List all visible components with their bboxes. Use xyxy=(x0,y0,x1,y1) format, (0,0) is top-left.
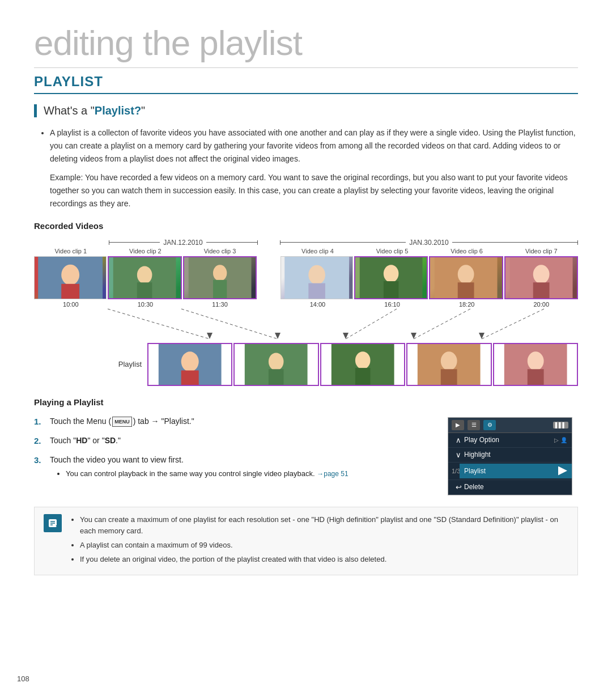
svg-rect-14 xyxy=(384,281,399,298)
menu-page-row: 1/3 Playlist xyxy=(448,463,572,480)
playlist-description-bullet: A playlist is a collecton of favorite vi… xyxy=(34,126,578,166)
menu-battery-indicator: ▌▌▌ xyxy=(553,422,568,429)
playlist-thumb-4 xyxy=(406,343,491,386)
svg-point-44 xyxy=(527,351,543,370)
svg-point-13 xyxy=(384,265,399,282)
date-label-2: JAN.30.2010 xyxy=(406,239,452,247)
menu-gear-icon[interactable]: ⚙ xyxy=(483,420,496,430)
menu-play-icon[interactable]: ▶ xyxy=(452,420,464,430)
clip-thumb-2 xyxy=(108,256,181,299)
page-number: 108 xyxy=(17,674,29,683)
playlist-label: Playlist xyxy=(34,360,147,368)
svg-point-38 xyxy=(355,351,371,369)
note-bullet-1: You can create a maximum of one playlist… xyxy=(80,514,568,538)
note-bullet-2: A playlist can contain a maximum of 99 v… xyxy=(80,540,568,551)
playlist-thumb-3 xyxy=(320,343,405,386)
sub-heading: What's a "Playlist?" xyxy=(34,104,578,117)
menu-badge: MENU xyxy=(112,417,132,427)
clip-thumb-3 xyxy=(183,256,257,299)
svg-point-7 xyxy=(213,265,227,281)
svg-rect-33 xyxy=(181,370,199,384)
svg-point-35 xyxy=(269,353,284,370)
steps-with-menu: 1. Touch the Menu (MENU) tab → "Playlist… xyxy=(34,415,578,495)
note-box: You can create a maximum of one playlist… xyxy=(34,507,578,575)
menu-ui-screenshot: ▶ ☰ ⚙ ▌▌▌ ∧ Play Option ▷ 👤 ∨ Highlight xyxy=(448,417,572,495)
clip-times-row: 10:00 10:30 11:30 14:00 16:10 18:20 20:0… xyxy=(34,301,578,308)
playing-playlist-title: Playing a Playlist xyxy=(34,397,578,407)
note-content: You can create a maximum of one playlist… xyxy=(69,514,568,568)
date-label-1: JAN.12.2010 xyxy=(160,239,206,247)
section-heading: PLAYLIST xyxy=(34,74,578,94)
clip-thumbs-row xyxy=(34,256,578,299)
svg-point-10 xyxy=(308,265,325,284)
menu-item-delete[interactable]: ↩ Delete xyxy=(448,480,572,495)
clip-thumb-1 xyxy=(34,256,107,299)
svg-point-19 xyxy=(533,265,549,283)
menu-item-play-option[interactable]: ∧ Play Option ▷ 👤 xyxy=(448,433,572,448)
svg-line-23 xyxy=(346,309,397,339)
svg-rect-5 xyxy=(137,282,152,298)
clip-thumb-6 xyxy=(429,256,503,299)
clip-thumb-4 xyxy=(280,256,353,299)
clip-thumb-7 xyxy=(504,256,578,299)
playlist-description-example: Example: You have recorded a few videos … xyxy=(50,171,578,210)
svg-rect-45 xyxy=(527,369,543,385)
svg-rect-8 xyxy=(213,279,227,298)
svg-rect-11 xyxy=(308,283,325,298)
svg-rect-20 xyxy=(533,282,549,298)
step-1: 1. Touch the Menu (MENU) tab → "Playlist… xyxy=(34,415,436,429)
step-2: 2. Touch "HD" or "SD." xyxy=(34,434,436,448)
svg-point-41 xyxy=(441,351,457,370)
step-3: 3. Touch the video you want to view firs… xyxy=(34,453,436,482)
playlist-thumb-5 xyxy=(493,343,578,386)
svg-line-21 xyxy=(108,309,210,339)
svg-line-25 xyxy=(482,309,544,339)
svg-line-24 xyxy=(414,309,470,339)
svg-point-4 xyxy=(137,266,152,283)
svg-line-22 xyxy=(181,309,278,339)
menu-screenshot-column: ▶ ☰ ⚙ ▌▌▌ ∧ Play Option ▷ 👤 ∨ Highlight xyxy=(448,417,578,495)
svg-marker-26 xyxy=(207,333,212,339)
svg-rect-17 xyxy=(458,282,474,298)
clip-labels-row: Video clip 1 Video clip 2 Video clip 3 V… xyxy=(34,248,578,254)
svg-marker-27 xyxy=(275,333,280,339)
steps-column: 1. Touch the Menu (MENU) tab → "Playlist… xyxy=(34,415,436,487)
svg-point-1 xyxy=(61,264,79,285)
step-3-sub-bullets: You can control playback in the same way… xyxy=(66,468,436,480)
clip-thumb-5 xyxy=(354,256,428,299)
note-bullet-3: If you delete an original video, the por… xyxy=(80,554,568,566)
menu-item-highlight[interactable]: ∨ Highlight xyxy=(448,448,572,463)
menu-top-bar: ▶ ☰ ⚙ ▌▌▌ xyxy=(448,418,572,433)
playlist-thumbs xyxy=(147,343,578,386)
svg-rect-2 xyxy=(61,283,79,298)
menu-list-icon[interactable]: ☰ xyxy=(468,420,480,430)
playlist-row: Playlist xyxy=(34,343,578,386)
recorded-videos-title: Recorded Videos xyxy=(34,221,578,231)
svg-rect-39 xyxy=(355,368,371,385)
playlist-thumb-1 xyxy=(147,343,232,386)
arrows-svg xyxy=(34,308,578,343)
playlist-selected-arrow xyxy=(558,466,567,476)
svg-point-16 xyxy=(458,265,474,283)
svg-rect-36 xyxy=(269,369,284,385)
dashed-arrows-area xyxy=(34,308,578,343)
timeline-section: JAN.12.2010 JAN.30.2010 Video clip 1 Vid… xyxy=(34,239,578,386)
svg-point-32 xyxy=(181,351,199,371)
menu-item-playlist[interactable]: Playlist xyxy=(460,464,572,478)
svg-rect-42 xyxy=(441,369,457,385)
menu-page-indicator: 1/3 xyxy=(448,468,460,474)
playing-playlist-section: Playing a Playlist 1. Touch the Menu (ME… xyxy=(34,397,578,495)
main-title: editing the playlist xyxy=(34,23,578,68)
playlist-thumb-2 xyxy=(233,343,318,386)
note-icon xyxy=(44,514,62,532)
